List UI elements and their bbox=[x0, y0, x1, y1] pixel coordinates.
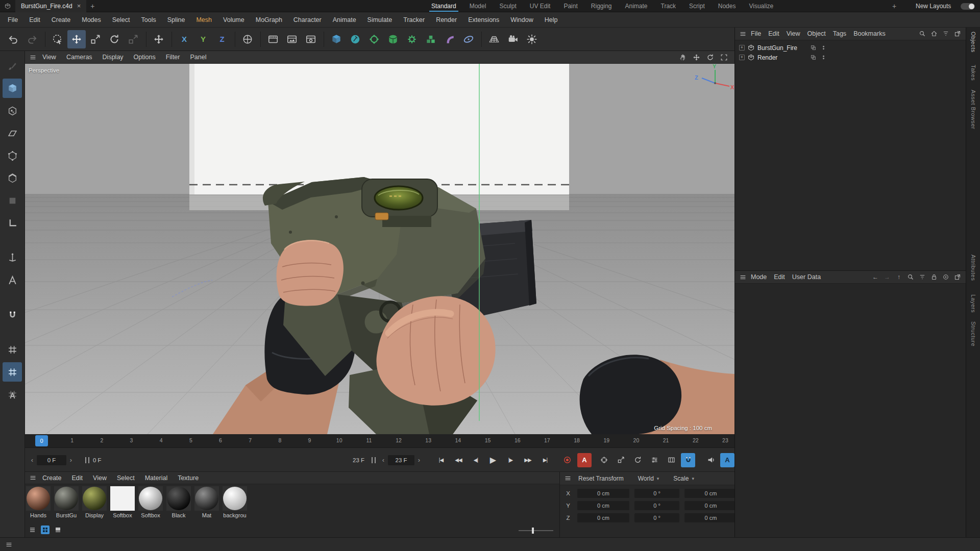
material-menu-texture[interactable]: Texture bbox=[173, 474, 204, 482]
preview-start-value[interactable]: 0 F bbox=[93, 457, 102, 463]
layer-icon[interactable] bbox=[810, 44, 817, 51]
frame-next-arrow[interactable]: › bbox=[68, 456, 74, 464]
menu-edit[interactable]: Edit bbox=[23, 16, 46, 23]
icon-view-icon[interactable] bbox=[54, 525, 62, 534]
lock-y-axis[interactable]: Y bbox=[194, 30, 212, 48]
visibility-dots-icon[interactable] bbox=[820, 54, 827, 61]
position-field[interactable]: 0 cm bbox=[577, 501, 629, 510]
coordinates-menu-icon[interactable] bbox=[563, 474, 572, 483]
menu-volume[interactable]: Volume bbox=[217, 16, 250, 23]
menu-modes[interactable]: Modes bbox=[76, 16, 107, 23]
material-menu-icon[interactable] bbox=[28, 473, 37, 483]
rotation-field[interactable]: 0 ° bbox=[634, 501, 679, 510]
material-menu-select[interactable]: Select bbox=[112, 474, 140, 482]
material-item[interactable]: Black bbox=[166, 486, 191, 518]
position-field[interactable]: 0 cm bbox=[577, 489, 629, 498]
menu-window[interactable]: Window bbox=[505, 16, 538, 23]
slider-handle[interactable] bbox=[532, 528, 534, 534]
lock-z-axis[interactable]: Z bbox=[213, 30, 231, 48]
material-thumbnail[interactable] bbox=[223, 486, 247, 511]
texture-mode-icon[interactable] bbox=[3, 101, 22, 120]
menu-spline[interactable]: Spline bbox=[162, 16, 191, 23]
close-tab-icon[interactable]: × bbox=[77, 2, 81, 10]
workplane-grid-icon[interactable] bbox=[3, 340, 22, 359]
material-item[interactable]: Hands bbox=[26, 486, 51, 518]
quantize-grid-icon[interactable] bbox=[3, 385, 22, 404]
grid-snap-icon[interactable] bbox=[3, 362, 22, 382]
material-menu-view[interactable]: View bbox=[88, 474, 112, 482]
material-menu-material[interactable]: Material bbox=[140, 474, 173, 482]
attribute-menu-mode[interactable]: Mode bbox=[747, 273, 770, 281]
polygons-mode-icon[interactable] bbox=[3, 191, 22, 210]
menu-help[interactable]: Help bbox=[539, 16, 564, 23]
object-name[interactable]: Render bbox=[757, 54, 806, 61]
lock-x-axis[interactable]: X bbox=[175, 30, 193, 48]
side-tab-objects[interactable]: Objects bbox=[970, 32, 976, 53]
autokey-selection-toggle[interactable]: A bbox=[720, 453, 734, 467]
layout-tab-rigging[interactable]: Rigging bbox=[584, 0, 619, 12]
search-icon[interactable] bbox=[918, 30, 926, 38]
menu-mesh[interactable]: Mesh bbox=[190, 16, 217, 23]
layer-icon[interactable] bbox=[810, 54, 817, 61]
material-thumbnail[interactable] bbox=[138, 486, 163, 511]
menu-animate[interactable]: Animate bbox=[327, 16, 362, 23]
menu-mograph[interactable]: MoGraph bbox=[250, 16, 288, 23]
side-tab-layers[interactable]: Layers bbox=[970, 294, 976, 313]
axis-modify-tool[interactable] bbox=[150, 30, 168, 48]
record-position-toggle[interactable] bbox=[597, 453, 611, 467]
material-item[interactable]: Softbox bbox=[110, 486, 135, 518]
add-field[interactable] bbox=[459, 30, 478, 48]
sound-toggle[interactable] bbox=[704, 453, 718, 467]
redo-icon[interactable] bbox=[23, 30, 41, 48]
position-field[interactable]: 0 cm bbox=[577, 513, 629, 522]
viewport-menu-view[interactable]: View bbox=[37, 54, 61, 61]
object-menu-tags[interactable]: Tags bbox=[829, 30, 850, 37]
undo-icon[interactable] bbox=[4, 30, 22, 48]
snap-magnet-icon[interactable] bbox=[3, 305, 22, 324]
next-key-button[interactable]: ▶▶ bbox=[520, 453, 535, 468]
model-mode-icon[interactable] bbox=[3, 79, 22, 98]
material-thumbnail[interactable] bbox=[166, 486, 191, 511]
end-frame-field[interactable]: 23 F bbox=[388, 455, 414, 465]
render-view-button[interactable] bbox=[264, 30, 282, 48]
scale-field[interactable]: 0 cm bbox=[684, 513, 737, 522]
move-tool[interactable] bbox=[67, 30, 86, 48]
back-icon[interactable]: ← bbox=[871, 273, 879, 281]
current-frame-field[interactable]: 0 F bbox=[37, 455, 66, 465]
add-generator[interactable] bbox=[365, 30, 383, 48]
goto-start-button[interactable]: |◀ bbox=[433, 453, 449, 468]
attribute-manager-menu-icon[interactable] bbox=[738, 272, 747, 282]
layout-tab-track[interactable]: Track bbox=[654, 0, 683, 12]
viewport-menu-filter[interactable]: Filter bbox=[161, 54, 185, 61]
object-menu-bookmarks[interactable]: Bookmarks bbox=[850, 30, 889, 37]
viewport-canvas[interactable]: Y Z X Perspective Grid Spacing : 100 cm bbox=[25, 64, 734, 434]
viewport-3d-scene[interactable]: Y Z X bbox=[25, 64, 734, 434]
reset-transform-button[interactable]: Reset Transform bbox=[574, 475, 628, 482]
menu-create[interactable]: Create bbox=[46, 16, 77, 23]
menu-tools[interactable]: Tools bbox=[136, 16, 162, 23]
goto-end-button[interactable]: ▶| bbox=[537, 453, 553, 468]
attribute-menu-user-data[interactable]: User Data bbox=[789, 273, 824, 281]
add-deformer[interactable] bbox=[440, 30, 459, 48]
end-next-arrow[interactable]: › bbox=[416, 456, 422, 464]
layout-tab-model[interactable]: Model bbox=[463, 0, 493, 12]
home-icon[interactable] bbox=[930, 30, 938, 38]
visibility-dots-icon[interactable] bbox=[820, 44, 827, 51]
object-row[interactable]: +BurstGun_Fire bbox=[735, 43, 966, 53]
material-item[interactable]: Display bbox=[82, 486, 107, 518]
mode-dropdown[interactable]: Scale ▾ bbox=[669, 474, 698, 483]
filter-icon[interactable] bbox=[918, 273, 926, 281]
target-icon[interactable] bbox=[942, 273, 950, 281]
popout-icon[interactable] bbox=[953, 30, 962, 38]
pan-icon[interactable] bbox=[678, 53, 687, 62]
side-tab-attributes[interactable]: Attributes bbox=[970, 255, 976, 281]
object-menu-edit[interactable]: Edit bbox=[765, 30, 783, 37]
object-menu-file[interactable]: File bbox=[747, 30, 765, 37]
add-spline-pen[interactable] bbox=[346, 30, 364, 48]
menu-extensions[interactable]: Extensions bbox=[462, 16, 505, 23]
side-tab-takes[interactable]: Takes bbox=[970, 65, 976, 81]
grid-view-icon[interactable] bbox=[41, 525, 50, 534]
menu-file[interactable]: File bbox=[2, 16, 23, 23]
scale-tool[interactable] bbox=[86, 30, 105, 48]
maximize-icon[interactable] bbox=[719, 53, 728, 62]
